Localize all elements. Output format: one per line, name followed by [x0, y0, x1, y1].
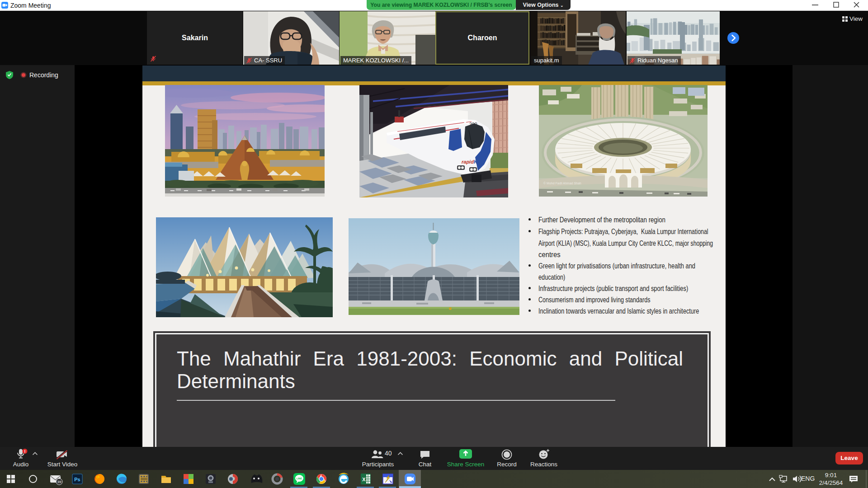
svg-text:39: 39: [57, 480, 61, 484]
svg-text:!: !: [24, 449, 26, 454]
svg-text:© Mohd Fadli Ahmad Shah: © Mohd Fadli Ahmad Shah: [543, 182, 581, 185]
svg-text:Ps: Ps: [74, 477, 80, 482]
svg-text:X: X: [362, 477, 366, 482]
svg-text:209: 209: [469, 122, 477, 127]
svg-text:LINE: LINE: [297, 477, 302, 480]
svg-text:rapidKL: rapidKL: [462, 159, 481, 164]
